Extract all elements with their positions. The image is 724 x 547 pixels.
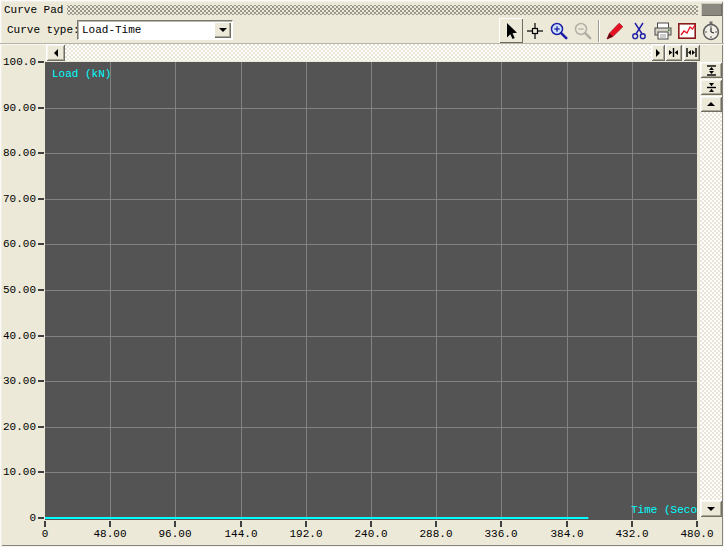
x-tick [631,521,633,527]
combobox-dropdown-button[interactable] [214,22,231,38]
select-arrow-button[interactable] [499,18,523,43]
y-tick [38,471,44,473]
crosshair-button[interactable] [523,18,547,43]
titlebar: Curve Pad [4,2,722,17]
zoom-out-button[interactable] [571,18,595,43]
chevron-down-icon [219,28,227,36]
y-tick-label: 30.00 [0,375,36,387]
pen-icon [604,20,626,42]
y-tick [38,198,44,200]
x-tick-label: 240.0 [354,528,387,541]
compress-vertical-icon [706,82,717,93]
curve-window-button[interactable] [675,18,699,43]
scroll-up-button[interactable] [700,96,722,112]
x-tick [44,521,46,527]
y-tick-label: 40.00 [0,330,36,342]
scroll-right-button[interactable] [651,44,665,61]
x-tick [174,521,176,527]
y-tick-label: 60.00 [0,238,36,250]
arrow-down-icon [707,507,715,515]
compress-horizontal-icon [668,47,679,58]
printer-icon [652,20,674,42]
arrow-left-icon [50,49,58,57]
curve-layer [45,62,697,520]
y-tick-label: 80.00 [0,147,36,159]
cut-scissors-button[interactable] [627,18,651,43]
vertical-scroll-track[interactable] [700,112,722,500]
x-tick-label: 0 [42,528,49,541]
x-axis-title: Time (Seco [631,504,697,516]
compress-load-axis-button[interactable] [700,79,722,95]
x-tick [370,521,372,527]
toolbar-separator [598,20,600,42]
x-tick-label: 336.0 [484,528,517,541]
x-tick-label: 288.0 [419,528,452,541]
zoom-in-icon [548,20,570,42]
x-tick-label: 192.0 [289,528,322,541]
x-tick-label: 144.0 [224,528,257,541]
horizontal-scroll-track[interactable] [65,44,651,61]
x-axis: 048.0096.00144.0192.0240.0288.0336.0384.… [45,521,698,541]
y-tick [38,517,44,519]
scroll-left-button[interactable] [46,44,65,61]
y-tick-label: 0 [0,512,36,524]
titlebar-grip-pattern [67,5,698,15]
curve-chart-icon [676,20,698,42]
y-tick [38,152,44,154]
y-tick [38,289,44,291]
arrow-cursor-icon [500,20,522,42]
titlebar-corner-box [701,3,722,16]
curve-pad-window: Curve Pad Curve type: Load-Time [0,0,724,547]
arrow-right-icon [656,49,664,57]
expand-load-axis-button[interactable] [700,62,722,78]
curve-type-value: Load-Time [82,24,141,36]
y-axis: 100.090.0080.0070.0060.0050.0040.0030.00… [0,62,45,520]
scissors-icon [628,20,650,42]
x-tick-label: 384.0 [550,528,583,541]
print-button[interactable] [651,18,675,43]
annotate-pen-button[interactable] [603,18,627,43]
timer-icon [700,20,722,42]
expand-vertical-icon [706,65,717,76]
x-tick [109,521,111,527]
x-tick [435,521,437,527]
x-tick-label: 480.0 [680,528,713,541]
y-tick [38,335,44,337]
expand-time-axis-button[interactable] [683,44,700,61]
scroll-down-button[interactable] [700,500,722,517]
y-tick-label: 10.00 [0,466,36,478]
crosshair-icon [524,20,546,42]
y-tick-label: 90.00 [0,102,36,114]
y-tick-label: 50.00 [0,284,36,296]
timer-button[interactable] [699,18,723,43]
y-tick-label: 70.00 [0,193,36,205]
y-axis-title: Load (kN) [52,68,111,80]
x-tick-label: 48.00 [93,528,126,541]
zoom-in-button[interactable] [547,18,571,43]
x-tick [566,521,568,527]
zoom-out-icon [572,20,594,42]
y-tick [38,107,44,109]
y-tick [38,243,44,245]
curve-type-combobox[interactable]: Load-Time [77,20,233,40]
y-tick [38,426,44,428]
page-title: Curve Pad [4,4,67,16]
compress-time-axis-button[interactable] [665,44,682,61]
arrow-up-icon [707,98,715,106]
expand-horizontal-icon [686,47,697,58]
y-tick [38,61,44,63]
x-tick-label: 96.00 [158,528,191,541]
y-tick-label: 20.00 [0,421,36,433]
x-tick [500,521,502,527]
toolbar [499,17,723,44]
x-tick [305,521,307,527]
y-tick-label: 100.0 [0,56,36,68]
y-tick [38,380,44,382]
x-tick [696,521,698,527]
x-tick [240,521,242,527]
curve-type-label: Curve type: [7,24,80,36]
plot-area[interactable]: Load (kN) Time (Seco [45,62,697,520]
x-tick-label: 432.0 [615,528,648,541]
